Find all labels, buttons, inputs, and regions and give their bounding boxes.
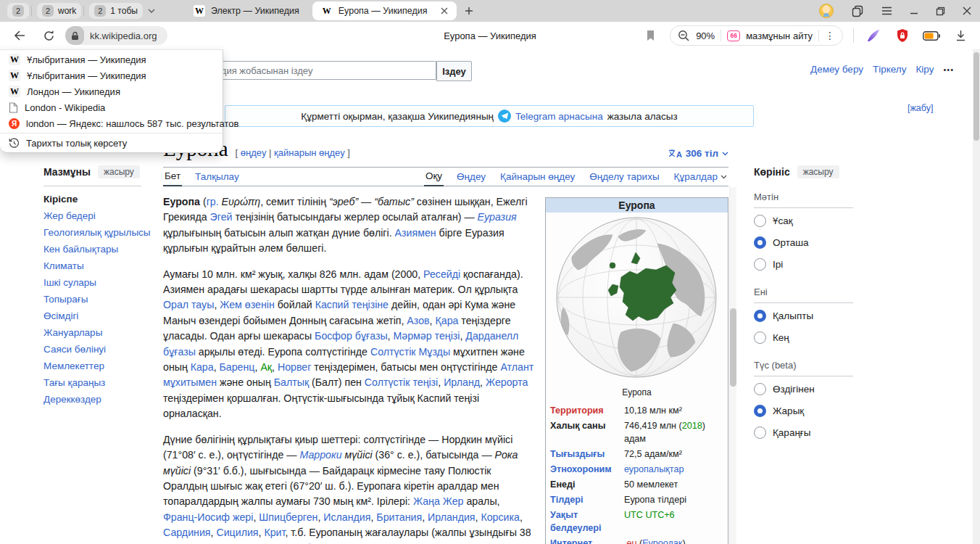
link[interactable]: Солтүстік теңізі — [365, 376, 438, 388]
article-tab[interactable]: Құралдар — [673, 171, 728, 186]
link[interactable]: еуропалықтар — [624, 464, 684, 474]
toc-item[interactable]: Мемлекеттер — [43, 358, 152, 374]
zoom-level[interactable]: 90% — [696, 30, 715, 41]
link[interactable]: Ресейді — [423, 268, 460, 280]
new-tab-button[interactable] — [460, 1, 478, 20]
article-tab[interactable]: Өңделу тарихы — [588, 171, 660, 186]
bookmark-flag-button[interactable] — [641, 26, 660, 45]
toc-hide-button[interactable]: жасыру — [98, 165, 140, 178]
appearance-option[interactable]: Қараңғы — [754, 423, 863, 442]
link[interactable]: Баренц — [220, 361, 255, 373]
protect-shield-button[interactable] — [893, 26, 912, 45]
toc-item[interactable]: Ішкі сулары — [43, 274, 152, 291]
suggestion-item[interactable]: London - Wikipedia — [0, 99, 223, 115]
toc-item[interactable]: Тағы қараңыз — [43, 374, 152, 391]
link[interactable]: Солтүстік Мұзды — [370, 346, 450, 358]
appearance-option[interactable]: Қалыпты — [754, 306, 863, 325]
banner-close-link[interactable]: [жабу] — [908, 103, 933, 113]
link[interactable]: UTC UTC+6 — [624, 510, 675, 520]
browser-tab[interactable]: WЕуропа — Уикипедия — [312, 1, 457, 20]
login-link[interactable]: Кіру — [915, 64, 934, 75]
browser-menu-button[interactable] — [881, 7, 892, 15]
link[interactable]: Жерорта — [486, 376, 528, 388]
copilot-button[interactable] — [864, 26, 883, 45]
radio-button[interactable] — [754, 331, 766, 344]
link[interactable]: Корсика — [481, 511, 519, 523]
tab-group-chip[interactable]: 2 — [7, 3, 29, 19]
register-link[interactable]: Тіркелу — [873, 64, 907, 75]
link[interactable]: Ақ — [260, 361, 272, 373]
tab-close-button[interactable] — [441, 7, 448, 15]
article-tab[interactable]: Қайнарын өңдеу — [499, 171, 576, 186]
link[interactable]: Ирланд — [444, 376, 480, 388]
radio-button[interactable] — [754, 383, 766, 395]
appearance-option[interactable]: Ұсақ — [754, 211, 863, 230]
link[interactable]: Азиямен — [395, 227, 436, 239]
link[interactable]: Норвег — [278, 361, 311, 373]
appearance-option[interactable]: Өздігінен — [754, 379, 863, 398]
show-full-history-item[interactable]: Тарихты толық көрсету — [0, 135, 223, 151]
radio-button[interactable] — [754, 215, 766, 227]
language-selector-button[interactable]: A 306 тіл — [668, 148, 728, 159]
appearance-option[interactable]: Ірі — [754, 255, 863, 273]
minimize-button[interactable] — [910, 7, 918, 15]
infobox-label[interactable]: Тығыздығы — [550, 448, 624, 461]
tab-group-chip[interactable]: 21 тобы — [89, 3, 143, 19]
link[interactable]: гр. — [207, 196, 219, 207]
close-window-button[interactable] — [963, 7, 971, 15]
window-scrollbar-thumb[interactable] — [973, 52, 979, 141]
link[interactable]: Босфор бұғазы — [315, 330, 388, 342]
link[interactable]: Еуразия — [478, 211, 517, 223]
article-tab[interactable]: Талқылау — [194, 171, 241, 186]
link[interactable]: Еуроодақ — [642, 538, 682, 544]
toc-item[interactable]: Топырағы — [43, 291, 152, 308]
article-tab[interactable]: Бет — [163, 170, 182, 186]
avatar[interactable] — [819, 4, 834, 18]
edit-link[interactable]: өңдеу — [241, 147, 267, 158]
link[interactable]: Эгей — [210, 211, 233, 223]
infobox-label[interactable]: Тілдері — [550, 493, 624, 506]
link[interactable]: Жем өзенін — [220, 299, 274, 310]
link[interactable]: Сицилия — [216, 527, 258, 538]
link[interactable]: Британия — [376, 511, 422, 523]
battery-button[interactable] — [922, 26, 941, 45]
link[interactable]: Франц-Иосиф жері — [163, 511, 253, 523]
infobox-label[interactable]: Уақыт белдеулері — [550, 508, 624, 535]
suggestion-item[interactable]: WҰлыбритания — Уикипедия — [0, 51, 223, 67]
link[interactable]: Орал тауы — [163, 299, 214, 310]
radio-button[interactable] — [754, 236, 766, 249]
link[interactable]: Жаңа Жер — [413, 495, 464, 507]
read-aloud-button[interactable]: мазмұнын айту — [746, 30, 813, 41]
article-tab[interactable]: Өңдеу — [455, 171, 487, 186]
appearance-option[interactable]: Кең — [754, 328, 863, 347]
toc-item[interactable]: Жер бедері — [43, 207, 152, 224]
link[interactable]: Шпицберген — [259, 511, 317, 523]
link[interactable]: Балтық — [274, 376, 309, 388]
link[interactable]: Кара — [191, 361, 214, 373]
tab-group-chip[interactable]: 2work — [37, 3, 81, 19]
link[interactable]: Сардиния — [163, 527, 211, 538]
toc-item[interactable]: Дереккөздер — [43, 391, 152, 408]
zoom-out-icon[interactable] — [678, 30, 690, 42]
address-bar[interactable]: kk.wikipedia.org — [65, 26, 167, 45]
radio-button[interactable] — [754, 405, 766, 417]
side-panel-button[interactable] — [851, 4, 864, 17]
toc-item[interactable]: Геологиялық құрылысы — [43, 224, 152, 241]
edit-source-link[interactable]: қайнарын өңдеу — [274, 147, 345, 158]
link[interactable]: Қара — [435, 315, 458, 326]
reload-button[interactable] — [39, 26, 58, 45]
browser-tab[interactable]: WЭлектр — Уикипедия — [185, 1, 308, 20]
toc-item[interactable]: Өсімдігі — [43, 308, 152, 324]
appearance-option[interactable]: Жарық — [754, 401, 863, 420]
toc-item[interactable]: Кіріспе — [43, 191, 152, 207]
toc-item[interactable]: Саяси бөлінуі — [43, 341, 152, 358]
link[interactable]: Мәрмәр теңізі — [394, 330, 460, 342]
appearance-option[interactable]: Орташа — [754, 233, 863, 252]
radio-button[interactable] — [754, 258, 766, 271]
infobox-label[interactable]: Территория — [550, 404, 624, 417]
restore-button[interactable] — [936, 7, 945, 16]
toc-item[interactable]: Жануарлары — [43, 324, 152, 341]
radio-button[interactable] — [754, 426, 766, 439]
article-tab[interactable]: Оқу — [424, 170, 444, 186]
link[interactable]: Марроки — [299, 449, 341, 461]
